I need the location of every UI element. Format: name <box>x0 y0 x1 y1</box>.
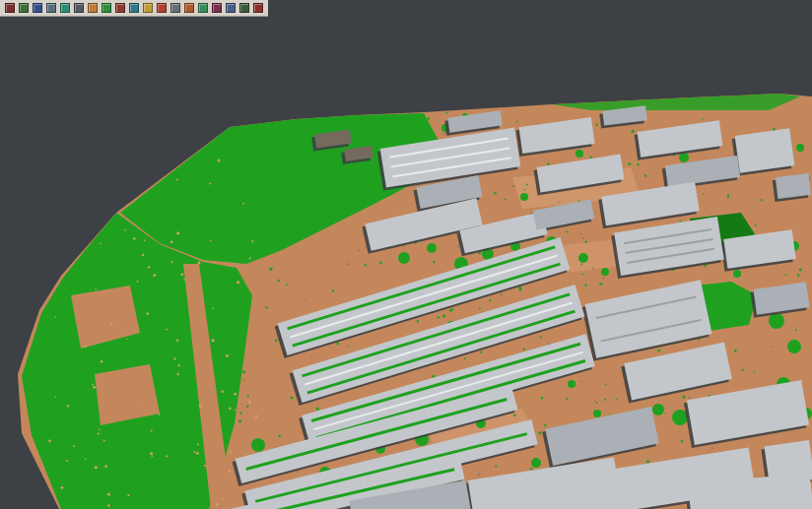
open-icon[interactable] <box>19 3 29 13</box>
save-icon[interactable] <box>33 3 42 13</box>
scene-canvas <box>0 0 812 509</box>
settings-icon[interactable] <box>170 3 180 13</box>
camera-icon[interactable] <box>239 3 249 13</box>
toolbar <box>0 0 268 17</box>
app-window <box>0 0 812 509</box>
layers-icon[interactable] <box>74 3 84 13</box>
point-cloud-icon[interactable] <box>46 3 56 13</box>
new-scene-icon[interactable] <box>5 3 15 13</box>
target-icon[interactable] <box>157 3 167 13</box>
terrain-icon[interactable] <box>88 3 98 13</box>
palette-icon[interactable] <box>212 3 222 13</box>
vegetation-icon[interactable] <box>102 3 111 13</box>
grid-icon[interactable] <box>198 3 208 13</box>
help-icon[interactable] <box>253 3 263 13</box>
globe-icon[interactable] <box>226 3 236 13</box>
crop-icon[interactable] <box>184 3 194 13</box>
viewport-3d[interactable] <box>0 0 812 509</box>
sphere-icon[interactable] <box>129 3 139 13</box>
classify-icon[interactable] <box>115 3 125 13</box>
mesh-icon[interactable] <box>60 3 70 13</box>
measure-icon[interactable] <box>143 3 153 13</box>
